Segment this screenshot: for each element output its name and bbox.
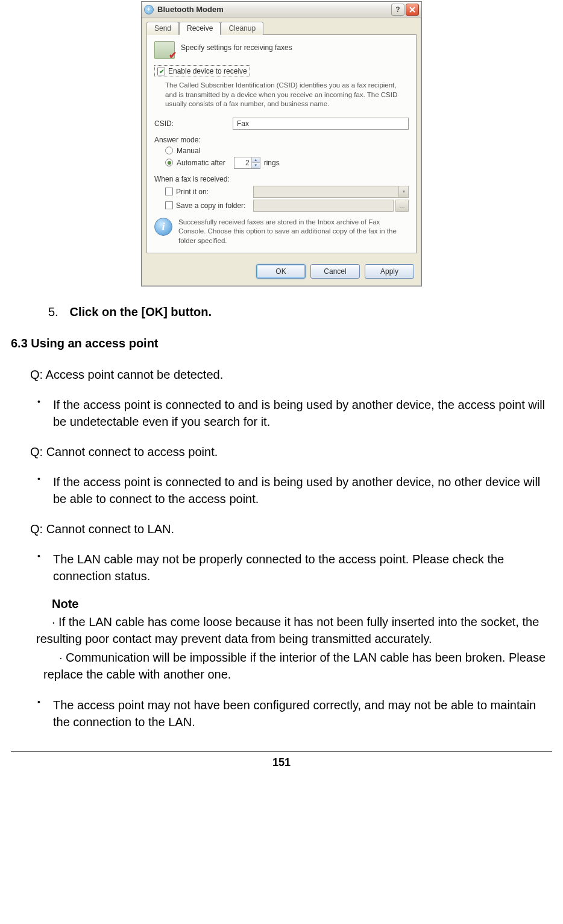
note-1: · If the LAN cable has come loose becaus…: [36, 613, 552, 648]
printer-combo: ▾: [253, 186, 409, 198]
document-body: 5. Click on the [OK] button. 6.3 Using a…: [6, 303, 557, 782]
fax-settings-icon: [154, 41, 175, 59]
step-5-number: 5.: [48, 303, 66, 320]
ok-button[interactable]: OK: [256, 264, 306, 279]
page-number: 151: [11, 751, 552, 770]
tab-cleanup[interactable]: Cleanup: [221, 22, 263, 35]
panel-header: Specify settings for receiving faxes: [181, 41, 292, 52]
title-bar: Bluetooth Modem ?: [142, 2, 421, 17]
note-label: Note: [52, 595, 552, 612]
spinner-arrows[interactable]: ▲ ▼: [251, 157, 260, 168]
note-2: · Communication will be impossible if th…: [43, 649, 552, 683]
question-3: Q: Cannot connect to LAN.: [30, 521, 552, 537]
dialog-button-bar: OK Cancel Apply: [142, 258, 421, 286]
window-title: Bluetooth Modem: [157, 5, 390, 14]
rings-spinner[interactable]: 2 ▲ ▼: [234, 157, 260, 169]
answer-mode-automatic[interactable]: Automatic after 2 ▲ ▼ rings: [165, 157, 409, 169]
tab-send[interactable]: Send: [146, 22, 179, 35]
enable-device-checkbox[interactable]: [157, 68, 165, 75]
spinner-up-icon[interactable]: ▲: [252, 157, 260, 163]
radio-automatic[interactable]: [165, 159, 173, 166]
answer-2: If the access point is connected to and …: [35, 473, 552, 507]
rings-label: rings: [264, 159, 280, 167]
answer-1: If the access point is connected to and …: [35, 396, 552, 430]
close-icon: [409, 7, 415, 13]
enable-device-label: Enable device to receive: [168, 67, 247, 75]
help-button[interactable]: ?: [391, 4, 404, 16]
radio-manual-label: Manual: [177, 147, 200, 155]
note-block: · If the LAN cable has come loose becaus…: [52, 613, 552, 683]
tab-receive[interactable]: Receive: [179, 22, 221, 35]
step-5-text: Click on the [OK] button.: [70, 305, 212, 318]
save-copy-checkbox[interactable]: [165, 201, 173, 209]
csid-label: CSID:: [154, 119, 233, 128]
question-2: Q: Cannot connect to access point.: [30, 443, 552, 460]
chevron-down-icon: ▾: [398, 186, 408, 197]
csid-info-text: The Called Subscriber Identification (CS…: [165, 81, 409, 109]
print-checkbox[interactable]: [165, 188, 173, 195]
tab-strip: Send Receive Cleanup: [142, 17, 421, 34]
print-label: Print it on:: [176, 188, 248, 196]
info-icon: i: [154, 218, 172, 236]
question-1: Q: Access point cannot be detected.: [30, 366, 552, 383]
close-button[interactable]: [406, 4, 419, 16]
bluetooth-icon: [144, 5, 154, 14]
answer-3: The LAN cable may not be properly connec…: [35, 551, 552, 584]
enable-device-checkbox-row[interactable]: Enable device to receive: [154, 65, 250, 77]
receive-panel: Specify settings for receiving faxes Ena…: [146, 34, 417, 253]
save-copy-label: Save a copy in folder:: [176, 201, 248, 210]
answer-mode-label: Answer mode:: [154, 136, 409, 144]
spinner-down-icon[interactable]: ▼: [252, 163, 260, 168]
print-it-on-row[interactable]: Print it on: ▾: [165, 186, 409, 198]
answer-mode-manual[interactable]: Manual: [165, 147, 409, 155]
radio-automatic-label: Automatic after: [177, 159, 225, 167]
cancel-button[interactable]: Cancel: [310, 264, 360, 279]
inbox-info-text: Successfully received faxes are stored i…: [178, 218, 409, 246]
section-heading: 6.3 Using an access point: [11, 335, 552, 352]
radio-manual[interactable]: [165, 147, 173, 154]
answer-4: The access point may not have been confi…: [35, 697, 552, 730]
rings-value: 2: [234, 159, 251, 167]
when-received-label: When a fax is received:: [154, 175, 409, 183]
save-copy-row[interactable]: Save a copy in folder: ...: [165, 200, 409, 212]
save-folder-field: [253, 200, 394, 212]
browse-button[interactable]: ...: [395, 200, 409, 212]
csid-input[interactable]: Fax: [233, 118, 409, 130]
bluetooth-modem-dialog: Bluetooth Modem ? Send Receive Cleanup S…: [141, 1, 422, 286]
apply-button[interactable]: Apply: [365, 264, 414, 279]
step-5: 5. Click on the [OK] button.: [11, 303, 552, 320]
